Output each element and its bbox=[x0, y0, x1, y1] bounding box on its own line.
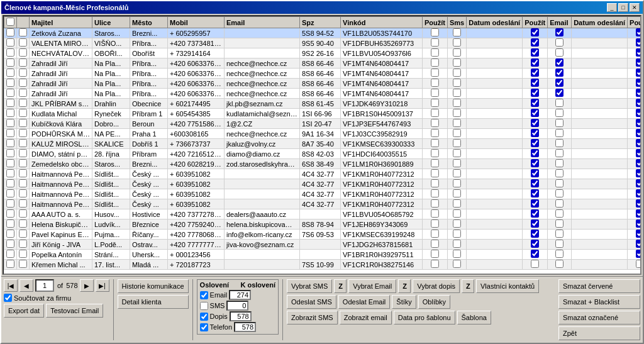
cell-checkbox[interactable] bbox=[423, 79, 448, 89]
cell-checkbox[interactable] bbox=[628, 159, 641, 169]
cell-checkbox[interactable] bbox=[17, 219, 30, 230]
cell-checkbox[interactable] bbox=[4, 89, 17, 99]
cell-checkbox[interactable] bbox=[628, 260, 641, 270]
data-table-container[interactable]: Majitel Ulice Město Mobil Email Spz Vink… bbox=[3, 15, 641, 275]
cell-checkbox[interactable] bbox=[448, 169, 467, 179]
detail-button[interactable]: Detail klienta bbox=[118, 295, 189, 309]
cell-checkbox[interactable] bbox=[423, 169, 448, 179]
cell-checkbox[interactable] bbox=[448, 219, 467, 230]
cell-checkbox[interactable] bbox=[548, 149, 572, 159]
cell-checkbox[interactable] bbox=[17, 179, 30, 189]
cell-checkbox[interactable] bbox=[423, 209, 448, 219]
z-email-button[interactable]: Z bbox=[398, 279, 411, 293]
telefon-count[interactable] bbox=[234, 322, 256, 332]
z-dopis-button[interactable]: Z bbox=[462, 279, 474, 293]
first-page-button[interactable]: |◀ bbox=[4, 279, 18, 292]
cell-checkbox[interactable] bbox=[17, 209, 30, 219]
cell-checkbox[interactable] bbox=[548, 79, 572, 89]
cell-checkbox[interactable] bbox=[448, 28, 467, 38]
cell-checkbox[interactable] bbox=[17, 79, 30, 89]
cell-checkbox[interactable] bbox=[548, 58, 572, 69]
data-sablonu-button[interactable]: Data pro šablonu bbox=[394, 311, 455, 325]
cell-checkbox[interactable] bbox=[628, 179, 641, 189]
cell-checkbox[interactable] bbox=[17, 129, 30, 139]
restore-button[interactable]: □ bbox=[618, 3, 628, 12]
col-datum2[interactable]: Datum odeslání bbox=[572, 17, 628, 28]
cell-checkbox[interactable] bbox=[523, 159, 548, 169]
z-sms-button[interactable]: Z bbox=[334, 279, 347, 293]
cell-checkbox[interactable] bbox=[548, 89, 572, 99]
col-mobil[interactable]: Mobil bbox=[168, 17, 225, 28]
cell-checkbox[interactable] bbox=[548, 209, 572, 219]
cell-checkbox[interactable] bbox=[628, 219, 641, 230]
cell-checkbox[interactable] bbox=[17, 250, 30, 260]
cell-checkbox[interactable] bbox=[523, 48, 548, 58]
smazat-oznacene-button[interactable]: Smazat označené bbox=[558, 311, 640, 325]
cell-checkbox[interactable] bbox=[523, 38, 548, 48]
email-osloveni-checkbox[interactable] bbox=[200, 291, 208, 299]
cell-checkbox[interactable] bbox=[4, 230, 17, 240]
cell-checkbox[interactable] bbox=[448, 89, 467, 99]
oblibky-button[interactable]: Oblíbky bbox=[418, 295, 450, 309]
sms-osloveni-checkbox[interactable] bbox=[200, 302, 208, 310]
col-sms[interactable]: Sms bbox=[448, 17, 467, 28]
cell-checkbox[interactable] bbox=[628, 129, 641, 139]
cell-checkbox[interactable] bbox=[423, 129, 448, 139]
cell-checkbox[interactable] bbox=[448, 149, 467, 159]
cell-checkbox[interactable] bbox=[4, 219, 17, 230]
cell-checkbox[interactable] bbox=[448, 79, 467, 89]
cell-checkbox[interactable] bbox=[4, 209, 17, 219]
cell-checkbox[interactable] bbox=[523, 219, 548, 230]
cell-checkbox[interactable] bbox=[628, 79, 641, 89]
cell-checkbox[interactable] bbox=[628, 189, 641, 199]
cell-checkbox[interactable] bbox=[17, 99, 30, 109]
cell-checkbox[interactable] bbox=[628, 89, 641, 99]
cell-checkbox[interactable] bbox=[423, 149, 448, 159]
col-vinkod[interactable]: Vinkód bbox=[341, 17, 423, 28]
cell-checkbox[interactable] bbox=[423, 109, 448, 119]
cell-checkbox[interactable] bbox=[628, 99, 641, 109]
cell-checkbox[interactable] bbox=[423, 240, 448, 250]
col-majitel[interactable]: Majitel bbox=[30, 17, 92, 28]
cell-checkbox[interactable] bbox=[548, 240, 572, 250]
select-all-checkbox[interactable] bbox=[6, 18, 14, 26]
cell-checkbox[interactable] bbox=[448, 230, 467, 240]
cell-checkbox[interactable] bbox=[448, 260, 467, 270]
cell-checkbox[interactable] bbox=[4, 250, 17, 260]
cell-checkbox[interactable] bbox=[628, 28, 641, 38]
cell-checkbox[interactable] bbox=[17, 240, 30, 250]
cell-checkbox[interactable] bbox=[523, 119, 548, 129]
cell-checkbox[interactable] bbox=[423, 159, 448, 169]
cell-checkbox[interactable] bbox=[548, 260, 572, 270]
dopis-osloveni-checkbox[interactable] bbox=[200, 313, 208, 321]
cell-checkbox[interactable] bbox=[17, 38, 30, 48]
cell-checkbox[interactable] bbox=[548, 28, 572, 38]
cell-checkbox[interactable] bbox=[448, 119, 467, 129]
cell-checkbox[interactable] bbox=[17, 230, 30, 240]
cell-checkbox[interactable] bbox=[423, 139, 448, 149]
cell-checkbox[interactable] bbox=[448, 209, 467, 219]
cell-checkbox[interactable] bbox=[523, 179, 548, 189]
cell-checkbox[interactable] bbox=[523, 28, 548, 38]
cell-checkbox[interactable] bbox=[17, 260, 30, 270]
cell-checkbox[interactable] bbox=[4, 199, 17, 209]
cell-checkbox[interactable] bbox=[17, 159, 30, 169]
cell-checkbox[interactable] bbox=[628, 69, 641, 79]
cell-checkbox[interactable] bbox=[423, 58, 448, 69]
cell-checkbox[interactable] bbox=[523, 230, 548, 240]
col-pouzit2[interactable]: Použít bbox=[523, 17, 548, 28]
cell-checkbox[interactable] bbox=[423, 250, 448, 260]
cell-checkbox[interactable] bbox=[423, 99, 448, 109]
zobrazit-email-button[interactable]: Zobrazit email bbox=[340, 311, 392, 325]
cell-checkbox[interactable] bbox=[423, 38, 448, 48]
cell-checkbox[interactable] bbox=[17, 199, 30, 209]
cell-checkbox[interactable] bbox=[628, 250, 641, 260]
col-email2[interactable]: Email bbox=[548, 17, 572, 28]
cell-checkbox[interactable] bbox=[523, 209, 548, 219]
cell-checkbox[interactable] bbox=[548, 119, 572, 129]
cell-checkbox[interactable] bbox=[628, 48, 641, 58]
stiky-button[interactable]: Štíky bbox=[392, 295, 416, 309]
cell-checkbox[interactable] bbox=[4, 69, 17, 79]
vlastnici-button[interactable]: Vlastníci kontaktů bbox=[476, 279, 539, 293]
cell-checkbox[interactable] bbox=[448, 189, 467, 199]
